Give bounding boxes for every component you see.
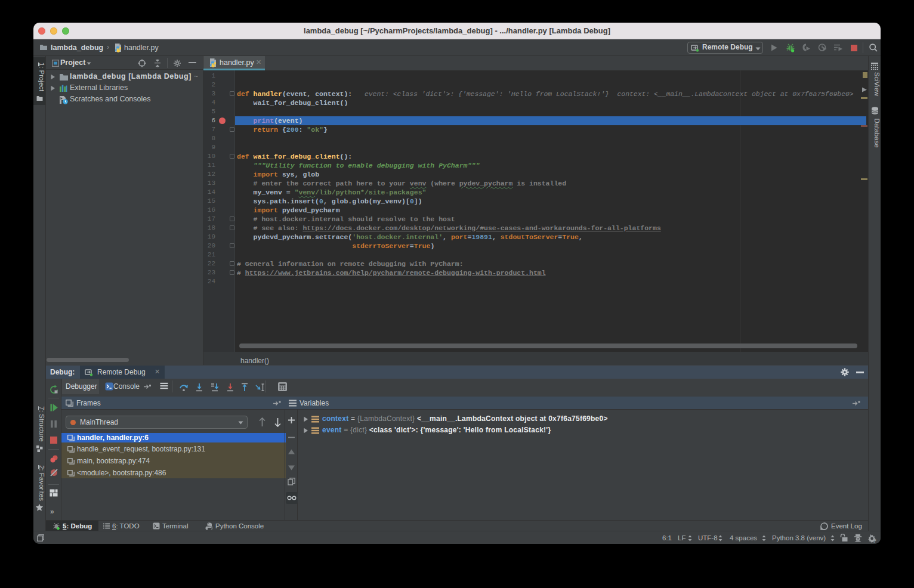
- svg-text:?: ?: [873, 538, 877, 543]
